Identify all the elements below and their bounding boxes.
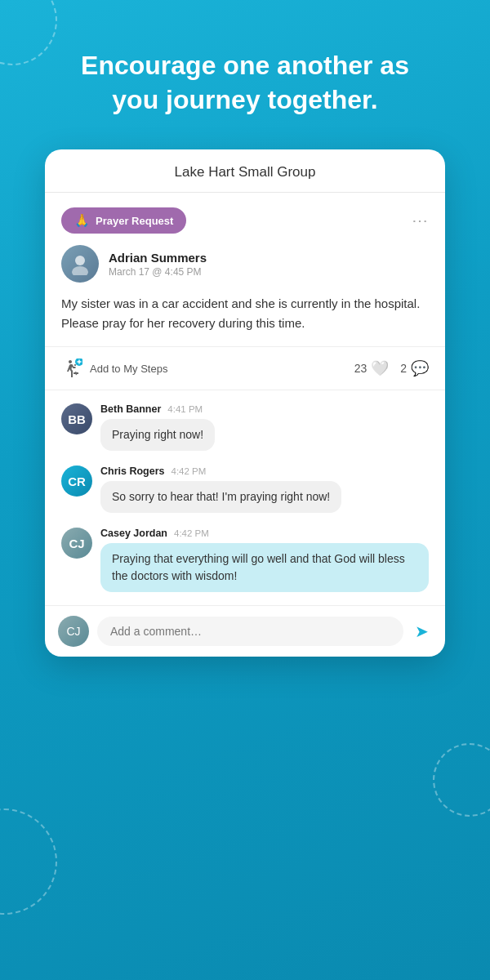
like-button[interactable]: 23 🤍 bbox=[354, 359, 390, 377]
comments-area: BB Beth Banner 4:41 PM Praying right now… bbox=[45, 390, 445, 605]
author-date: March 17 @ 4:45 PM bbox=[109, 266, 207, 278]
avatar: CR bbox=[61, 466, 92, 497]
author-name: Adrian Summers bbox=[109, 251, 207, 265]
svg-point-1 bbox=[72, 266, 88, 275]
comment-meta: Chris Rogers 4:42 PM bbox=[100, 466, 429, 477]
avatar: CJ bbox=[61, 528, 92, 559]
avatar bbox=[61, 245, 99, 283]
comment-author: Casey Jordan bbox=[100, 528, 167, 539]
comment-author: Beth Banner bbox=[100, 403, 161, 415]
headline: Encourage one another as you journey tog… bbox=[74, 49, 416, 117]
comment-bubble: Praying right now! bbox=[100, 419, 215, 451]
svg-point-0 bbox=[75, 256, 85, 265]
comment-input[interactable] bbox=[97, 617, 403, 646]
comment-time: 4:41 PM bbox=[167, 404, 203, 414]
more-options-button[interactable]: ⋯ bbox=[412, 212, 429, 229]
current-user-avatar: CJ bbox=[58, 616, 89, 647]
like-count: 23 bbox=[354, 362, 368, 375]
comment-input-row: CJ ➤ bbox=[45, 605, 445, 657]
deco-circle-bottomright bbox=[433, 743, 490, 817]
steps-icon bbox=[61, 357, 84, 380]
post-area: 🙏 Prayer Request ⋯ Adrian Summers March … bbox=[45, 193, 445, 346]
heart-icon: 🤍 bbox=[371, 359, 389, 377]
card-header: Lake Hart Small Group bbox=[45, 149, 445, 193]
comment-bubble: So sorry to hear that! I'm praying right… bbox=[100, 481, 341, 513]
group-name: Lake Hart Small Group bbox=[175, 164, 316, 180]
comment-icon: 💬 bbox=[411, 359, 429, 377]
comment-content: Casey Jordan 4:42 PM Praying that everyt… bbox=[100, 528, 429, 592]
comment-time: 4:42 PM bbox=[174, 528, 209, 538]
action-bar: Add to My Steps 23 🤍 2 💬 bbox=[45, 346, 445, 390]
add-to-steps-button[interactable]: Add to My Steps bbox=[61, 357, 354, 380]
avatar: BB bbox=[61, 403, 92, 434]
prayer-request-badge[interactable]: 🙏 Prayer Request bbox=[61, 207, 186, 234]
add-steps-label: Add to My Steps bbox=[90, 363, 167, 375]
comment-row: BB Beth Banner 4:41 PM Praying right now… bbox=[61, 403, 429, 451]
comment-button[interactable]: 2 💬 bbox=[400, 359, 429, 377]
comment-time: 4:42 PM bbox=[172, 466, 207, 476]
main-card: Lake Hart Small Group 🙏 Prayer Request ⋯… bbox=[45, 149, 445, 657]
comment-meta: Casey Jordan 4:42 PM bbox=[100, 528, 429, 539]
badge-label: Prayer Request bbox=[96, 215, 173, 227]
comment-content: Beth Banner 4:41 PM Praying right now! bbox=[100, 403, 429, 451]
comment-content: Chris Rogers 4:42 PM So sorry to hear th… bbox=[100, 466, 429, 513]
post-text: My sister was in a car accident and she … bbox=[61, 294, 429, 346]
deco-circle-bottomleft bbox=[0, 808, 57, 915]
author-info: Adrian Summers March 17 @ 4:45 PM bbox=[109, 251, 207, 278]
prayer-icon: 🙏 bbox=[74, 213, 90, 228]
comment-count: 2 bbox=[400, 362, 407, 375]
post-top-bar: 🙏 Prayer Request ⋯ bbox=[61, 207, 429, 234]
comment-row: CJ Casey Jordan 4:42 PM Praying that eve… bbox=[61, 528, 429, 592]
comment-author: Chris Rogers bbox=[100, 466, 165, 477]
comment-meta: Beth Banner 4:41 PM bbox=[100, 403, 429, 415]
post-author-row: Adrian Summers March 17 @ 4:45 PM bbox=[61, 245, 429, 283]
send-button[interactable]: ➤ bbox=[412, 618, 432, 644]
comment-bubble: Praying that everything will go well and… bbox=[100, 543, 429, 592]
comment-row: CR Chris Rogers 4:42 PM So sorry to hear… bbox=[61, 466, 429, 513]
reactions-area: 23 🤍 2 💬 bbox=[354, 359, 429, 377]
deco-circle-topleft bbox=[0, 0, 57, 65]
